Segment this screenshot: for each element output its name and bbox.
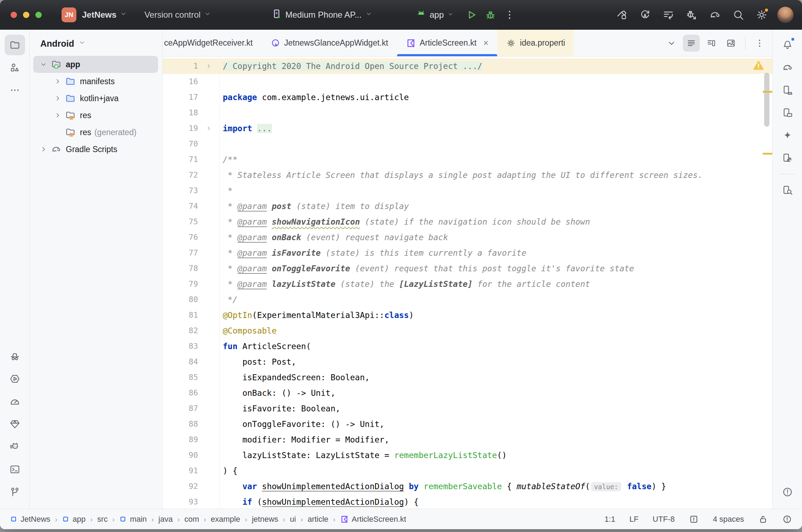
more-run-actions-button[interactable] [502,7,517,23]
logcat-tool-button[interactable] [5,436,25,457]
chevron-down-icon[interactable] [37,60,50,69]
terminal-icon [9,464,21,475]
code-text: if (showUnimplementedActionDialog) { [219,494,419,509]
breadcrumb-item-main[interactable]: main [119,515,147,524]
close-window-button[interactable] [11,12,17,18]
breadcrumb-item-article[interactable]: article [308,515,329,524]
debug-button[interactable] [483,7,498,23]
fold-column [198,261,219,276]
write-access-widget[interactable] [758,514,768,524]
project-tool-button[interactable] [5,35,25,55]
encoding-widget[interactable]: UTF-8 [653,515,675,524]
editor-scrollbar-thumb[interactable] [764,73,769,127]
run-button[interactable] [464,7,479,23]
gemini-tool-button[interactable] [777,125,798,146]
hammer-icon [616,9,628,21]
tree-row-manifests[interactable]: manifests [33,73,158,90]
project-view-selector[interactable]: Android [30,34,162,56]
chevron-right-icon[interactable] [37,145,50,154]
version-control-tool-button[interactable] [5,482,25,502]
zoom-window-button[interactable] [35,12,42,18]
editor-view-preview-button[interactable] [722,35,739,52]
inspections-level-widget[interactable] [689,514,699,524]
problems-tool-button[interactable] [777,482,798,502]
android-head-icon [416,8,426,21]
code-editor[interactable]: 1/ Copyright 2020 The Android Open Sourc… [163,57,772,509]
breadcrumb-item-jetnews[interactable]: jetnews [252,515,278,524]
tab-glance-app-widget-receiver[interactable]: ceAppWidgetReceiver.kt [163,30,262,56]
apply-code-changes-button[interactable] [661,7,676,23]
project-menu[interactable]: JetNews [82,10,127,20]
more-tool-windows-button[interactable] [5,80,25,100]
vcs-widget[interactable]: Version control [144,10,211,20]
editor-view-list-button[interactable] [683,35,700,52]
user-avatar[interactable] [777,7,794,23]
editor-view-split-button[interactable] [703,35,720,52]
apply-changes-button[interactable] [637,7,653,23]
tree-row-gradle-scripts[interactable]: Gradle Scripts [33,141,158,158]
run-config-selector[interactable]: app [416,8,454,21]
breadcrumb-item-java[interactable]: java [158,515,173,524]
inspections-warning-icon[interactable] [752,59,765,73]
app-quality-insights-tool-button[interactable] [5,346,25,366]
build-button[interactable] [614,7,629,23]
fold-chevron-icon [205,63,212,70]
chevron-right-icon[interactable] [51,77,64,86]
tab-jetnews-glance-app-widget[interactable]: JetnewsGlanceAppWidget.kt [262,30,397,56]
view-image-icon [726,38,736,48]
device-selector[interactable]: Medium Phone AP... [271,8,373,22]
tree-row-res[interactable]: res [33,107,158,124]
indent-widget[interactable]: 4 spaces [713,515,744,524]
error-analysis-widget[interactable] [782,514,792,524]
close-tab-icon[interactable]: × [483,38,489,48]
editor-options-button[interactable] [751,35,768,52]
tab-article-screen[interactable]: ArticleScreen.kt× [397,30,498,56]
notifications-button[interactable] [777,35,798,55]
breadcrumb-item-example[interactable]: example [211,515,240,524]
fold-marker-icon[interactable] [198,121,219,136]
fold-marker-icon[interactable] [198,58,219,74]
module-icon [10,515,17,523]
breadcrumb-item-ui[interactable]: ui [290,515,296,524]
breadcrumb-item-com[interactable]: com [184,515,199,524]
tree-row-kotlin-java[interactable]: kotlin+java [33,90,158,107]
run-tool-button[interactable] [5,369,25,389]
tab-idea-properties[interactable]: idea.properti [497,30,574,56]
device-manager-tool-button[interactable] [777,80,798,100]
gradle-sync-button[interactable] [707,7,723,23]
notification-dot [790,37,795,42]
breadcrumb-item-app[interactable]: app [62,515,86,524]
fold-column [198,276,219,292]
caret-position-widget[interactable]: 1:1 [604,515,615,524]
app-inspection-tool-button[interactable] [5,414,25,434]
code-line-79: 79 * @param lazyListState (state) the [L… [163,276,772,292]
device-mirroring-tool-button[interactable] [777,148,798,168]
device-explorer-tool-button[interactable] [777,180,798,201]
attach-debugger-button[interactable] [684,7,699,23]
profiler-tool-button[interactable] [5,391,25,412]
resource-manager-tool-button[interactable] [5,57,25,78]
chevron-right-icon[interactable] [51,111,64,120]
gradle-tool-button[interactable] [777,57,798,78]
cat-icon [9,441,21,452]
breadcrumb-item-jetnews[interactable]: JetNews [10,515,50,524]
breadcrumb-separator: › [90,515,93,524]
line-separator-widget[interactable]: LF [629,515,639,524]
tree-row-app[interactable]: app [33,56,158,73]
chevron-right-icon[interactable] [51,94,64,103]
tree-row-res[interactable]: res(generated) [33,124,158,141]
line-number: 82 [163,323,198,339]
code-line-70: 70 [163,136,772,152]
breadcrumb-item-src[interactable]: src [97,515,107,524]
code-line-80: 80 */ [163,292,772,307]
line-number: 81 [163,307,198,323]
code-text: @OptIn(ExperimentalMaterial3Api::class) [219,307,414,323]
minimize-window-button[interactable] [23,12,29,18]
breadcrumb-item-articlescreen-kt[interactable]: ArticleScreen.kt [340,515,406,524]
search-everywhere-button[interactable] [731,7,746,23]
running-devices-tool-button[interactable] [777,103,798,123]
tab-list-button[interactable] [663,35,680,52]
settings-button[interactable] [754,7,769,23]
terminal-tool-button[interactable] [5,459,25,480]
resource-manager-icon [9,62,21,73]
